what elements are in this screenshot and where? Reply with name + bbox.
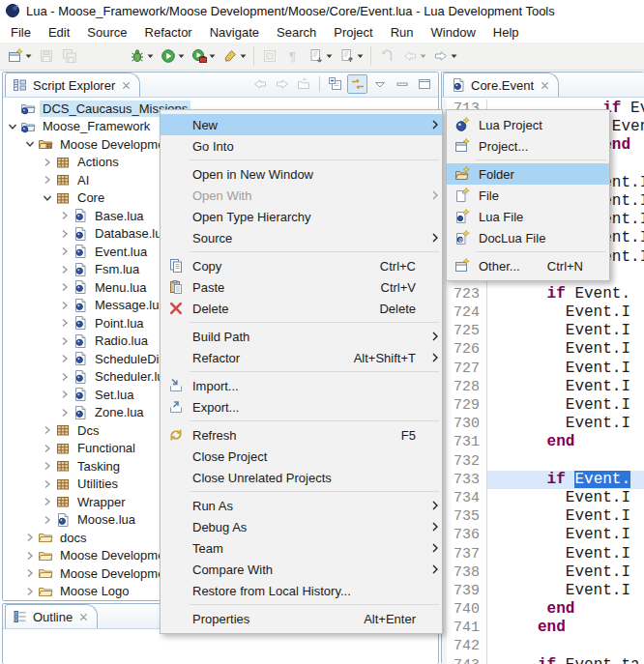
dropdown-arrow-icon[interactable] [25, 54, 32, 59]
chevron-right-icon[interactable] [57, 351, 73, 366]
marker-button[interactable] [219, 44, 249, 68]
code-line-743[interactable]: 743 if Event.ta [442, 656, 644, 664]
run-config-button[interactable] [188, 44, 219, 68]
chevron-right-icon[interactable] [22, 565, 38, 581]
code-line-741[interactable]: 741 end [442, 619, 644, 637]
menu-item-open-in-new-window[interactable]: Open in New Window [161, 163, 442, 185]
prev-annotation-button[interactable] [336, 44, 366, 68]
chevron-right-icon[interactable] [40, 476, 55, 492]
code-line-734[interactable]: 734 Event.I [442, 489, 644, 507]
debug-button[interactable] [126, 44, 157, 68]
dropdown-arrow-icon[interactable] [178, 54, 185, 59]
menubar-item-project[interactable]: Project [325, 23, 381, 42]
menubar-item-window[interactable]: Window [423, 23, 484, 42]
dropdown-arrow-icon[interactable] [147, 54, 154, 59]
menu-item-close-unrelated-projects[interactable]: Close Unrelated Projects [161, 467, 442, 488]
chevron-right-icon[interactable] [57, 208, 73, 223]
chevron-right-icon[interactable] [40, 494, 55, 509]
chevron-right-icon[interactable] [40, 422, 55, 438]
code-line-742[interactable]: 742 [442, 637, 644, 655]
menu-item-lua-file[interactable]: Lua File [447, 206, 609, 227]
minimize-button[interactable] [392, 74, 412, 94]
dropdown-arrow-icon[interactable] [209, 54, 216, 59]
dropdown-arrow-icon[interactable] [451, 54, 457, 59]
chevron-right-icon[interactable] [40, 441, 55, 456]
next-annotation-button[interactable] [305, 44, 336, 68]
chevron-right-icon[interactable] [22, 530, 38, 545]
menubar-item-help[interactable]: Help [484, 23, 528, 42]
link-editor-button[interactable] [347, 74, 367, 94]
chevron-down-icon[interactable] [40, 190, 55, 206]
menubar-item-refactor[interactable]: Refactor [136, 23, 201, 42]
code-line-739[interactable]: 739 Event.I [442, 582, 644, 600]
dropdown-arrow-icon[interactable] [326, 54, 333, 59]
chevron-down-icon[interactable] [5, 119, 20, 134]
chevron-right-icon[interactable] [40, 458, 55, 474]
tab-core-event[interactable]: Core.Event [443, 72, 559, 97]
code-line-727[interactable]: 727 Event.I [442, 360, 644, 378]
collapse-all-button[interactable] [325, 74, 345, 94]
code-line-729[interactable]: 729 Event.I [442, 396, 644, 415]
menu-item-debug-as[interactable]: Debug As [161, 516, 442, 537]
menu-item-close-project[interactable]: Close Project [161, 446, 442, 467]
chevron-down-icon[interactable] [22, 136, 38, 152]
dropdown-arrow-icon[interactable] [240, 54, 247, 59]
menu-item-run-as[interactable]: Run As [161, 495, 442, 516]
menu-item-team[interactable]: Team [161, 537, 442, 559]
menu-item-other[interactable]: Other...Ctrl+N [447, 255, 609, 276]
chevron-right-icon[interactable] [40, 172, 55, 188]
close-icon[interactable] [541, 81, 549, 90]
code-line-738[interactable]: 738 Event.I [442, 563, 644, 582]
code-line-731[interactable]: 731 end [442, 433, 644, 451]
code-line-735[interactable]: 735 Event.I [442, 507, 644, 526]
chevron-right-icon[interactable] [57, 387, 73, 402]
run-button[interactable] [157, 44, 188, 68]
code-line-736[interactable]: 736 Event.I [442, 526, 644, 544]
menu-item-restore-from-local-history[interactable]: Restore from Local History... [161, 580, 442, 601]
menubar-item-run[interactable]: Run [382, 23, 423, 42]
close-icon[interactable] [79, 613, 88, 621]
close-icon[interactable] [122, 81, 131, 90]
chevron-right-icon[interactable] [57, 333, 73, 349]
menu-item-folder[interactable]: Folder [447, 163, 609, 185]
chevron-right-icon[interactable] [57, 279, 73, 295]
menubar-item-file[interactable]: File [2, 23, 40, 42]
code-line-730[interactable]: 730 Event.I [442, 415, 644, 433]
view-menu-button[interactable] [369, 74, 390, 94]
code-line-740[interactable]: 740 end [442, 600, 644, 619]
chevron-right-icon[interactable] [22, 548, 38, 563]
menubar-item-source[interactable]: Source [78, 23, 135, 42]
menu-item-import[interactable]: Import... [161, 375, 442, 396]
menu-item-refresh[interactable]: RefreshF5 [161, 424, 442, 446]
code-line-733[interactable]: 733 if Event. [442, 471, 644, 489]
menu-item-paste[interactable]: PasteCtrl+V [161, 276, 442, 298]
chevron-right-icon[interactable] [22, 584, 38, 599]
code-line-725[interactable]: 725 Event.I [442, 322, 644, 340]
code-line-732[interactable]: 732 [442, 452, 644, 471]
code-line-726[interactable]: 726 Event.I [442, 340, 644, 359]
chevron-right-icon[interactable] [57, 405, 73, 420]
chevron-right-icon[interactable] [57, 226, 73, 242]
menu-item-project[interactable]: Project... [447, 135, 609, 157]
menu-item-refactor[interactable]: RefactorAlt+Shift+T [161, 347, 442, 368]
chevron-right-icon[interactable] [57, 369, 73, 385]
dropdown-arrow-icon[interactable] [357, 54, 364, 59]
menu-item-source[interactable]: Source [161, 227, 442, 248]
code-line-728[interactable]: 728 Event.I [442, 378, 644, 396]
menu-item-open-type-hierarchy[interactable]: Open Type Hierarchy [161, 206, 442, 227]
menubar-item-edit[interactable]: Edit [40, 23, 78, 42]
menu-item-build-path[interactable]: Build Path [161, 326, 442, 347]
chevron-right-icon[interactable] [40, 512, 55, 528]
code-line-723[interactable]: 723 if Event. [442, 285, 644, 303]
chevron-right-icon[interactable] [40, 155, 55, 170]
code-line-737[interactable]: 737 Event.I [442, 545, 644, 563]
menu-item-delete[interactable]: DeleteDelete [161, 298, 442, 319]
tab-outline[interactable]: Outline [5, 604, 98, 628]
menubar-item-search[interactable]: Search [268, 23, 325, 42]
menu-item-lua-project[interactable]: Lua Project [447, 114, 609, 135]
tab-script-explorer[interactable]: Script Explorer [5, 72, 140, 97]
menubar-item-navigate[interactable]: Navigate [201, 23, 268, 42]
new-wizard-button[interactable] [4, 44, 35, 68]
menu-item-properties[interactable]: PropertiesAlt+Enter [161, 608, 442, 629]
menu-item-go-into[interactable]: Go Into [161, 135, 442, 157]
